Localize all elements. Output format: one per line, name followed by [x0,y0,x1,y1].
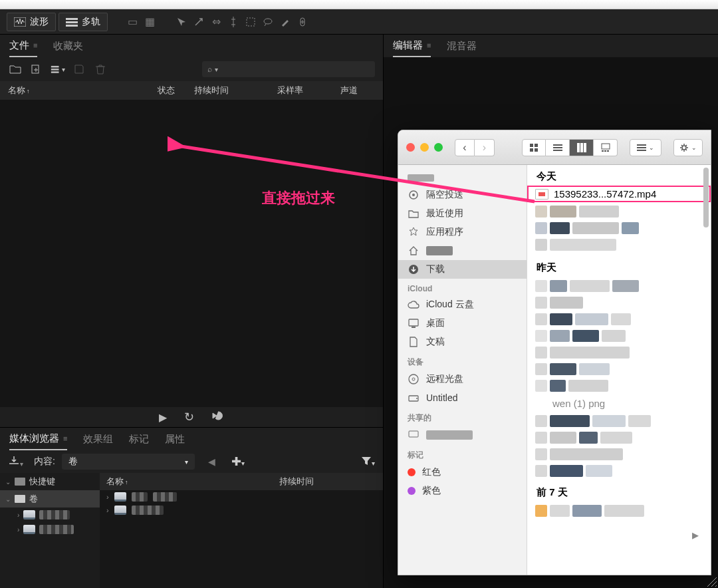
search-input[interactable]: ⌕▾ [202,61,375,77]
files-drop-area[interactable] [0,100,383,407]
import-icon[interactable]: ▾ [8,456,23,468]
sb-downloads[interactable]: 下载 [398,260,527,279]
redacted-file[interactable] [535,430,703,445]
move-tool-icon[interactable] [174,15,189,29]
redacted-file[interactable] [535,504,703,518]
back-button[interactable]: ‹ [455,139,475,156]
brush-tool-icon[interactable] [278,15,293,29]
tab-favorites[interactable]: 收藏夹 [53,35,83,57]
media-toolbar: ▾ 内容: 卷▾ ◀ ✚▾ ▾ [0,450,383,473]
scrollbar[interactable] [703,168,709,572]
play-button[interactable]: ▶ [159,411,167,424]
sb-airdrop[interactable]: 隔空投送 [398,186,527,204]
tree-drive-1[interactable]: › [0,508,100,522]
redacted-file[interactable] [535,464,703,478]
finder-content[interactable]: 今天 15395233...57472.mp4 昨天 wen (1) png 前… [527,165,711,575]
spectral-tool-icon[interactable]: ▦ [142,15,157,29]
tab-mixer[interactable]: 混音器 [447,35,477,57]
list-view-button[interactable] [546,139,570,156]
filter-icon[interactable]: ▾ [361,456,375,468]
slip-tool-icon[interactable]: ⇔ [209,15,223,29]
ruler-tool-icon[interactable]: ▭ [125,15,140,29]
media-row[interactable]: › [100,490,383,504]
tree-drive-2[interactable]: › [0,522,100,537]
media-tree[interactable]: ⌄快捷键 ⌄卷 › › [0,473,100,588]
minimize-icon[interactable] [420,143,429,152]
new-multitrack-icon[interactable]: ▾ [51,62,65,76]
time-select-tool-icon[interactable] [226,15,241,29]
col-samplerate[interactable]: 采样率 [277,84,340,96]
tab-files[interactable]: 文件≡ [9,35,37,57]
arrange-dropdown[interactable]: ⌄ [630,139,661,156]
sb-documents[interactable]: 文稿 [398,333,527,351]
date-prev7: 前 7 天 [527,481,711,502]
add-icon[interactable]: ✚▾ [231,454,245,469]
gallery-view-button[interactable] [594,139,618,156]
redacted-file[interactable] [535,279,703,293]
marquee-tool-icon[interactable] [243,15,258,29]
new-file-icon[interactable] [29,62,44,76]
col-name[interactable]: 名称↑ [8,84,158,96]
sb-tag-red[interactable]: 红色 [398,463,527,482]
col-state[interactable]: 状态 [158,84,194,96]
lasso-tool-icon[interactable] [261,15,275,29]
resize-grip[interactable] [703,573,718,588]
sb-desktop[interactable]: 桌面 [398,314,527,333]
action-dropdown[interactable]: ⌄ [673,139,703,156]
column-view-button[interactable] [570,139,594,156]
file-item-selected[interactable]: 15395233...57472.mp4 [527,186,711,202]
tree-shortcuts[interactable]: ⌄快捷键 [0,473,100,490]
sb-remote-disc[interactable]: 远程光盘 [398,370,527,388]
redacted-file[interactable] [535,329,703,343]
finder-window[interactable]: ‹ › ⌄ ⌄ 隔空投送 最近使用 应用程序 下载 iCloud iCloud … [398,130,711,575]
media-row[interactable]: › [100,504,383,517]
icon-view-button[interactable] [522,139,546,156]
sb-shared-item[interactable] [398,426,527,444]
col-channels[interactable]: 声道 [340,84,375,96]
maximize-icon[interactable] [434,143,443,152]
ml-col-name[interactable]: 名称↑ [106,476,279,488]
close-icon[interactable] [406,143,415,152]
loop-button[interactable]: ↻ [184,410,194,424]
hamburger-icon[interactable]: ≡ [63,434,67,442]
redacted-file[interactable] [535,362,703,376]
tab-fx[interactable]: 效果组 [83,428,113,450]
autoplay-button[interactable] [211,410,225,424]
redacted-file[interactable] [535,414,703,428]
forward-button[interactable]: › [475,139,495,156]
redacted-file[interactable] [535,378,703,393]
open-file-icon[interactable] [8,62,23,76]
tab-properties[interactable]: 属性 [165,428,185,450]
hamburger-icon[interactable]: ≡ [33,41,37,49]
sb-tag-purple[interactable]: 紫色 [398,482,527,500]
finder-titlebar[interactable]: ‹ › ⌄ ⌄ [398,130,711,165]
sb-recent[interactable]: 最近使用 [398,204,527,223]
content-dropdown[interactable]: 卷▾ [62,454,195,470]
tag-red-icon [408,468,416,476]
tab-markers[interactable]: 标记 [129,428,149,450]
tree-volumes[interactable]: ⌄卷 [0,490,100,508]
tab-media-browser[interactable]: 媒体浏览器≡ [9,428,67,450]
heal-tool-icon[interactable] [295,15,310,29]
col-duration[interactable]: 持续时间 [194,84,277,96]
column-forward-icon[interactable]: ▸ [692,527,699,543]
sb-home[interactable] [398,241,527,260]
sb-icloud-drive[interactable]: iCloud 云盘 [398,295,527,314]
tab-editor[interactable]: 编辑器≡ [393,35,431,57]
back-icon[interactable]: ◀ [208,456,215,467]
redacted-file-partial[interactable]: wen (1) png [527,395,711,412]
sb-untitled[interactable]: Untitled [398,388,527,407]
hamburger-icon[interactable]: ≡ [427,41,431,49]
redacted-file[interactable] [535,345,703,360]
redacted-file[interactable] [535,312,703,327]
redacted-file[interactable] [535,447,703,462]
redacted-file[interactable] [535,221,703,235]
redacted-file[interactable] [535,204,703,219]
waveform-mode-button[interactable]: 波形 [7,13,56,31]
redacted-file[interactable] [535,237,703,252]
redacted-file[interactable] [535,295,703,310]
sb-applications[interactable]: 应用程序 [398,223,527,241]
ml-col-duration[interactable]: 持续时间 [279,476,314,488]
multitrack-mode-button[interactable]: 多轨 [59,13,108,31]
razor-tool-icon[interactable] [191,15,206,29]
